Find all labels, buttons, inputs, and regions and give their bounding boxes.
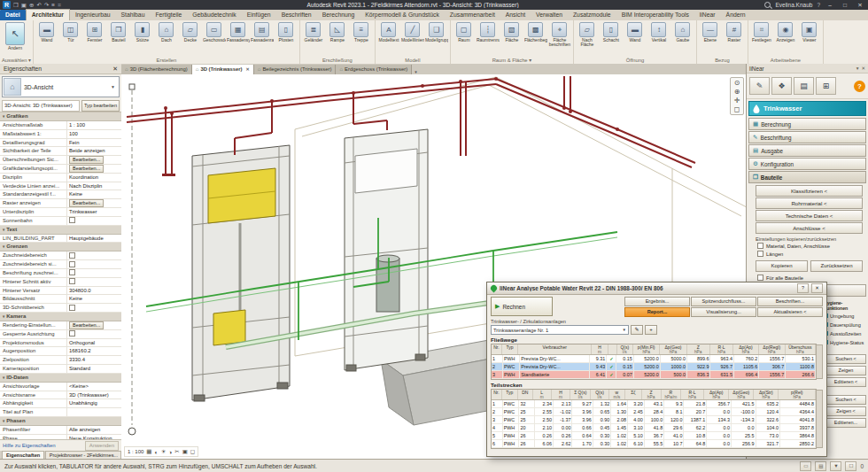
property-row-gesperrte-ausrichtung[interactable]: Gesperrte Ausrichtung	[0, 330, 121, 339]
property-row-ansichtsvorlage[interactable]: Ansichtsvorlage<Keine>	[0, 383, 121, 391]
properties-section-phasen[interactable]: ▾Phasen	[0, 417, 121, 426]
redo-icon[interactable]: ↷	[44, 2, 49, 9]
table-row[interactable]: 6PWH266.062.621.700.301.026.1055.510.764…	[492, 440, 816, 448]
property-row-maßstabswert-1[interactable]: Maßstabswert 1:100	[0, 130, 121, 139]
worksharing-icon[interactable]: ▭	[800, 461, 811, 471]
ribbon-tab-fertigteile[interactable]: Fertigteile	[150, 10, 187, 20]
view-tab-3d-flächenberechnung[interactable]: ⌂3D (Flächenberechnung)	[121, 65, 192, 74]
installation-frame-2[interactable]	[345, 129, 428, 371]
ribbon-tab-beschriften[interactable]: Beschriften	[276, 10, 317, 20]
revit-logo-icon[interactable]: R	[3, 1, 11, 9]
checkbox[interactable]	[69, 330, 75, 337]
property-row-hinterer-schnitt-aktiv[interactable]: Hinterer Schnitt aktiv	[0, 278, 121, 287]
checkbox[interactable]	[69, 217, 75, 223]
ribbon-button-treppe[interactable]: ≡Treppe	[350, 21, 373, 48]
property-row-verdeckte-linien-anzei[interactable]: Verdeckte Linien anzei...Nach Disziplin	[0, 182, 121, 191]
property-row-zielposition[interactable]: Zielposition3330.4	[0, 356, 121, 365]
ribbon-button-wand[interactable]: ▬Wand	[35, 21, 58, 48]
property-row-beschriftung-zuschnei[interactable]: Beschriftung zuschnei...	[0, 269, 121, 278]
property-row-grafikdarstellungsopti[interactable]: Grafikdarstellungsopti...Bearbeiten...	[0, 165, 121, 174]
hygiene-umgebung[interactable]: Umgebung	[824, 312, 866, 320]
ribbon-button-nach-fläche[interactable]: ▱Nach Fläche	[576, 21, 599, 48]
property-row-sonnenbahn[interactable]: Sonnenbahn	[0, 217, 121, 226]
property-row-3d-schnittbereich[interactable]: 3D-Schnittbereich	[0, 304, 121, 313]
ribbon-tab-berechnung[interactable]: Berechnung	[317, 10, 360, 20]
hygiene-ausstosszeiten[interactable]: Ausstoßzeiten	[824, 329, 866, 337]
table-icon[interactable]: ▤	[794, 77, 814, 95]
ribbon-button-geschossdecke[interactable]: ▭Geschossdecke	[203, 21, 226, 48]
linear-help-icon[interactable]: ?	[854, 81, 865, 92]
installation-frame-1[interactable]	[192, 145, 290, 401]
view-tab-erdgeschoss-trinkwasser[interactable]: ⌂Erdgeschoss (Trinkwasser)	[336, 65, 412, 74]
ribbon-tab-körpermodell-grundstück[interactable]: Körpermodell & Grundstück	[360, 10, 445, 20]
table-row[interactable]: 4PWH202.100.000.660.451.453.1041.829.662…	[492, 424, 816, 432]
ribbon-button-vertikal[interactable]: ↕Vertikal	[647, 21, 670, 48]
ribbon-button-fassadensystem[interactable]: ▦Fassadensystem	[227, 21, 250, 48]
open-icon[interactable]: ❐	[13, 2, 19, 9]
ribbon-tab-datei[interactable]: Datei	[0, 10, 26, 20]
property-row-kameraposition[interactable]: KamerapositionStandard	[0, 365, 121, 374]
action-visualisierung[interactable]: Visualisierung...	[691, 307, 756, 317]
ribbon-button-raumtrennung[interactable]: ┆Raumtrennung	[477, 21, 500, 48]
ribbon-button-gaube[interactable]: ⌂Gaube	[671, 21, 694, 48]
edit-button[interactable]: Bearbeiten...	[69, 321, 104, 329]
ribbon-button-fassadenraster[interactable]: ▤Fassadenraster	[251, 21, 274, 48]
sync-icon[interactable]: ⊕	[29, 2, 34, 9]
rohrmaterial-button[interactable]: Rohrmaterial <	[756, 197, 863, 209]
action-aktualisieren[interactable]: Aktualisieren <	[757, 307, 823, 317]
ribbon-button-raster[interactable]: #Raster	[723, 21, 746, 48]
zuruecksetzen-button[interactable]: Zurücksetzen	[810, 260, 863, 272]
ribbon-tab-verwalten[interactable]: Verwalten	[531, 10, 568, 20]
panel-close-icon[interactable]: ✕	[861, 66, 865, 71]
technische-daten-button[interactable]: Technische Daten <	[756, 210, 863, 221]
edit-button[interactable]: Bearbeiten...	[69, 165, 104, 173]
filter-icon[interactable]: ▼	[830, 461, 841, 471]
hygiene-status[interactable]: Hygiene-Status	[824, 338, 866, 346]
checkbox[interactable]	[69, 269, 75, 275]
print-icon[interactable]: ≡	[51, 2, 55, 8]
ribbon-button-modelltext[interactable]: AModelltext	[377, 21, 400, 48]
action-spitzendurchfluss[interactable]: Spitzendurchfluss...	[691, 297, 756, 306]
orbit-icon[interactable]: ◻	[734, 105, 740, 113]
detail-level-icon[interactable]: ▦	[146, 448, 151, 455]
crop-region-icon[interactable]: ▣	[182, 448, 188, 455]
ribbon-tab-linear[interactable]: liNear	[694, 10, 721, 20]
ribbon-button-festlegen[interactable]: ⌗Festlegen	[750, 21, 773, 48]
ribbon-tab-einfügen[interactable]: Einfügen	[242, 10, 276, 20]
property-row-augenposition[interactable]: Augenposition168160.2	[0, 347, 121, 356]
property-row-ansichtsmaßstab[interactable]: Ansichtsmaßstab1 : 100	[0, 121, 121, 130]
ribbon-tab-ändern[interactable]: Ändern	[721, 10, 751, 20]
undo-icon[interactable]: ↶	[36, 2, 41, 9]
zoom-icon[interactable]: ⊕	[734, 88, 740, 96]
checkbox[interactable]	[69, 261, 75, 267]
ribbon-button-pfosten[interactable]: ▯Pfosten	[275, 21, 298, 48]
klassifizieren-button[interactable]: Klassifizieren <	[756, 185, 863, 197]
minimize-button[interactable]: –	[825, 2, 835, 8]
editieren-button-1[interactable]: Editieren <	[825, 377, 866, 387]
hide-elements-icon[interactable]: ◻	[190, 448, 195, 455]
property-row-zuschneidebereich-si[interactable]: Zuschneidebereich si...	[0, 260, 121, 269]
accordion-bauteile[interactable]: ❒Bauteile	[748, 171, 866, 183]
table-row[interactable]: 5PWH260.260.260.640.301.025.1036.741.010…	[492, 432, 816, 440]
dialog-close-button[interactable]: ✕	[811, 283, 823, 293]
ribbon-button-ebene[interactable]: ―Ebene	[699, 21, 722, 48]
action-ergebnis[interactable]: Ergebnis...	[624, 297, 690, 306]
cistern[interactable]	[208, 168, 275, 223]
ribbon-button-fenster[interactable]: ⊞Fenster	[83, 21, 106, 48]
ribbon-tab-architektur[interactable]: Architektur	[26, 9, 70, 20]
material-checkbox[interactable]	[757, 243, 763, 249]
table-row[interactable]: 1PWHPrevista Dry-WC...9.31✓0.155200.0500…	[492, 355, 816, 363]
help-icon[interactable]: ?	[817, 2, 820, 8]
ribbon-button-flächenbegrenzung[interactable]: ▩Flächenbegrenzung	[524, 21, 547, 48]
pan-icon[interactable]: ✛	[734, 97, 740, 104]
ribbon-tab-zusatzmodule[interactable]: Zusatzmodule	[568, 10, 616, 20]
edit-icon[interactable]: ✎	[749, 77, 770, 95]
checkbox[interactable]	[69, 278, 75, 284]
suchen-button-1[interactable]: Suchen <	[825, 354, 866, 364]
table-row[interactable]: 3PWC252.50-1.373.960.902.084.00100.0120.…	[492, 416, 816, 424]
chevron-down-icon[interactable]: ▼	[111, 84, 119, 89]
property-row-hinterer-versatz[interactable]: Hinterer Versatz304800.0	[0, 287, 121, 296]
ribbon-button-tür[interactable]: ◫Tür	[59, 21, 82, 48]
save-icon[interactable]: ▣	[21, 2, 27, 9]
properties-close-icon[interactable]: ✕	[112, 64, 118, 74]
